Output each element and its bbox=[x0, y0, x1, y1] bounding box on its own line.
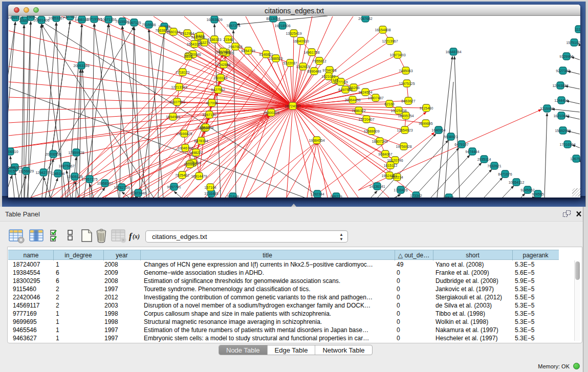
svg-text:19218506: 19218506 bbox=[274, 24, 290, 28]
svg-text:18807249: 18807249 bbox=[372, 140, 387, 143]
svg-text:9115460: 9115460 bbox=[420, 106, 433, 110]
svg-text:10958107: 10958107 bbox=[97, 182, 113, 185]
svg-text:7515536: 7515536 bbox=[142, 23, 156, 27]
svg-text:7986322: 7986322 bbox=[352, 109, 365, 113]
svg-text:19166825: 19166825 bbox=[176, 132, 192, 136]
svg-text:21546: 21546 bbox=[223, 38, 233, 41]
svg-text:9227342: 9227342 bbox=[556, 69, 570, 73]
svg-text:11353594: 11353594 bbox=[198, 126, 214, 129]
svg-text:62160: 62160 bbox=[384, 102, 395, 106]
svg-text:10975867: 10975867 bbox=[58, 164, 74, 168]
svg-text:25300203: 25300203 bbox=[263, 111, 279, 115]
svg-text:10653267: 10653267 bbox=[48, 16, 64, 20]
svg-text:2967608: 2967608 bbox=[228, 45, 242, 49]
svg-text:163275: 163275 bbox=[198, 41, 210, 45]
svg-text:5322037: 5322037 bbox=[283, 61, 297, 65]
svg-text:6497568: 6497568 bbox=[338, 88, 352, 92]
svg-text:9329966: 9329966 bbox=[559, 55, 573, 58]
svg-text:9498222: 9498222 bbox=[189, 151, 203, 155]
svg-text:96577: 96577 bbox=[444, 196, 454, 198]
svg-text:(x): (x) bbox=[133, 233, 140, 240]
svg-text:9699695: 9699695 bbox=[419, 122, 432, 125]
svg-text:16648784: 16648784 bbox=[445, 50, 461, 54]
svg-text:9896: 9896 bbox=[184, 55, 192, 58]
svg-text:10107553: 10107553 bbox=[169, 100, 185, 104]
svg-text:1588520: 1588520 bbox=[269, 57, 282, 60]
svg-text:7485063: 7485063 bbox=[399, 69, 412, 73]
svg-text:1145194: 1145194 bbox=[51, 172, 65, 176]
svg-text:2087682: 2087682 bbox=[358, 17, 372, 20]
svg-text:10807487: 10807487 bbox=[367, 96, 383, 100]
svg-text:12093822: 12093822 bbox=[552, 84, 568, 87]
svg-text:10719155: 10719155 bbox=[86, 17, 102, 21]
svg-text:8454749: 8454749 bbox=[241, 49, 255, 53]
svg-text:5938923: 5938923 bbox=[444, 135, 458, 139]
svg-text:8471676: 8471676 bbox=[498, 172, 512, 176]
svg-text:1112: 1112 bbox=[575, 28, 580, 31]
svg-text:20557: 20557 bbox=[19, 19, 29, 23]
svg-text:18724007: 18724007 bbox=[285, 104, 300, 108]
svg-text:15751074: 15751074 bbox=[566, 41, 580, 45]
svg-text:126753: 126753 bbox=[570, 157, 580, 161]
svg-text:10671355: 10671355 bbox=[100, 18, 116, 21]
svg-text:157164: 157164 bbox=[204, 186, 216, 189]
svg-text:18495754: 18495754 bbox=[398, 114, 413, 118]
svg-text:2935114: 2935114 bbox=[477, 158, 491, 161]
svg-text:8912954: 8912954 bbox=[180, 32, 194, 35]
svg-text:1244419: 1244419 bbox=[554, 99, 568, 102]
svg-text:1322: 1322 bbox=[196, 34, 204, 38]
svg-text:173342: 173342 bbox=[410, 194, 422, 198]
svg-text:14961758: 14961758 bbox=[303, 51, 319, 54]
svg-text:965779: 965779 bbox=[330, 195, 342, 198]
svg-text:1615112: 1615112 bbox=[384, 164, 398, 167]
svg-text:10025438: 10025438 bbox=[390, 109, 406, 113]
svg-text:8427552: 8427552 bbox=[211, 88, 225, 92]
svg-text:16640910: 16640910 bbox=[293, 39, 309, 43]
svg-text:39159: 39159 bbox=[8, 169, 17, 173]
svg-text:1654949: 1654949 bbox=[166, 115, 180, 119]
svg-text:7955812: 7955812 bbox=[312, 59, 326, 63]
svg-text:371648: 371648 bbox=[227, 195, 238, 198]
svg-text:16120746: 16120746 bbox=[387, 159, 403, 162]
svg-text:9242848: 9242848 bbox=[216, 63, 230, 67]
svg-text:1733426: 1733426 bbox=[394, 188, 407, 192]
svg-text:14136141: 14136141 bbox=[369, 185, 385, 188]
svg-text:2603144: 2603144 bbox=[213, 76, 227, 80]
svg-text:9684067: 9684067 bbox=[378, 152, 392, 156]
svg-text:20053346: 20053346 bbox=[73, 64, 89, 68]
svg-text:16782759: 16782759 bbox=[114, 186, 129, 189]
svg-text:10973493: 10973493 bbox=[389, 53, 405, 57]
svg-text:8463627: 8463627 bbox=[401, 99, 415, 103]
svg-text:417006: 417006 bbox=[206, 101, 217, 105]
svg-text:7625402: 7625402 bbox=[175, 173, 189, 177]
svg-text:20691406: 20691406 bbox=[33, 18, 49, 22]
svg-text:7632621: 7632621 bbox=[487, 164, 501, 168]
svg-text:19384554: 19384554 bbox=[309, 139, 324, 142]
svg-text:15692901: 15692901 bbox=[555, 129, 571, 133]
svg-text:10688609: 10688609 bbox=[363, 129, 379, 133]
svg-text:12213393: 12213393 bbox=[171, 85, 187, 89]
svg-text:7857274: 7857274 bbox=[226, 24, 240, 28]
svg-text:11156829: 11156829 bbox=[18, 169, 34, 173]
svg-text:3267130: 3267130 bbox=[202, 113, 216, 117]
svg-text:100994: 100994 bbox=[184, 163, 195, 166]
svg-text:20206536: 20206536 bbox=[45, 152, 61, 156]
svg-text:3716485: 3716485 bbox=[204, 192, 218, 195]
svg-text:9777169: 9777169 bbox=[334, 80, 347, 84]
svg-text:1292344: 1292344 bbox=[310, 192, 324, 196]
svg-text:10654112: 10654112 bbox=[509, 181, 525, 184]
svg-text:26206510: 26206510 bbox=[8, 150, 18, 154]
svg-text:1621022: 1621022 bbox=[321, 75, 335, 78]
svg-text:9146821: 9146821 bbox=[259, 53, 273, 56]
svg-text:10046766: 10046766 bbox=[177, 146, 193, 150]
svg-text:9857685: 9857685 bbox=[216, 50, 230, 54]
svg-text:3215958: 3215958 bbox=[540, 107, 554, 111]
svg-text:9794028: 9794028 bbox=[322, 69, 336, 72]
svg-text:17859928: 17859928 bbox=[68, 151, 84, 155]
svg-text:1362615: 1362615 bbox=[296, 65, 310, 69]
svg-text:1067135: 1067135 bbox=[127, 21, 141, 25]
svg-text:9657791: 9657791 bbox=[167, 185, 181, 189]
svg-text:16053809: 16053809 bbox=[206, 18, 222, 21]
svg-text:2718170: 2718170 bbox=[176, 71, 189, 74]
svg-text:924565: 924565 bbox=[532, 192, 543, 196]
